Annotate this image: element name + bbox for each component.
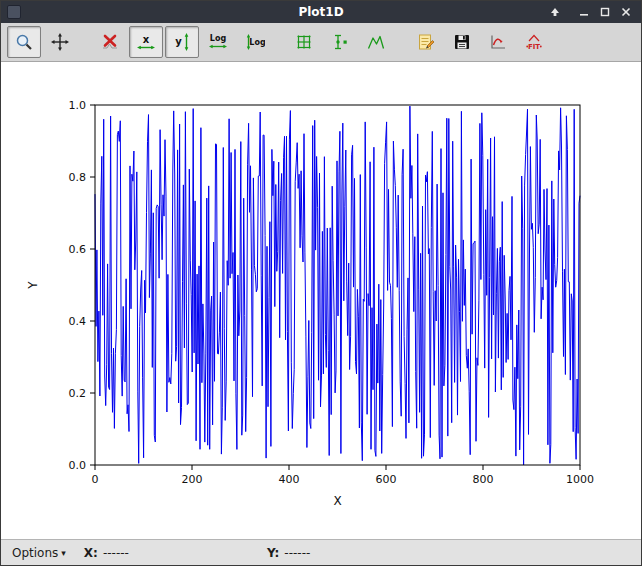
grid-icon bbox=[294, 32, 314, 52]
x-tick-label: 800 bbox=[473, 473, 494, 486]
x-axis-label: X bbox=[333, 494, 341, 508]
plot1d-window: Plot1D bbox=[0, 0, 642, 566]
autoscale-x-button[interactable]: x bbox=[129, 26, 163, 58]
grid-button[interactable] bbox=[287, 26, 321, 58]
fit-button[interactable]: FIT bbox=[517, 26, 551, 58]
dropdown-arrow-icon: ▾ bbox=[61, 549, 66, 558]
cursor-x-label: X: bbox=[84, 546, 98, 560]
x-tick-label: 400 bbox=[279, 473, 300, 486]
zoom-button[interactable] bbox=[7, 26, 41, 58]
autoscale-x-icon: x bbox=[136, 32, 156, 52]
options-label: Options bbox=[12, 546, 58, 560]
close-button[interactable] bbox=[619, 5, 633, 19]
x-tick-label: 0 bbox=[92, 473, 99, 486]
notes-button[interactable] bbox=[409, 26, 443, 58]
autoscale-y-icon: y bbox=[172, 32, 192, 52]
plot-area[interactable]: 020040060080010000.00.20.40.60.81.0XY bbox=[1, 62, 641, 539]
log-y-icon: Log bbox=[243, 32, 265, 52]
autoscale-x-label: x bbox=[143, 34, 150, 45]
peaks-icon bbox=[366, 32, 386, 52]
pan-icon bbox=[50, 32, 70, 52]
y-tick-label: 0.4 bbox=[69, 315, 87, 328]
log-x-button[interactable]: Log bbox=[201, 26, 235, 58]
window-title: Plot1D bbox=[1, 5, 641, 19]
minimize-button[interactable] bbox=[577, 5, 591, 19]
cursor-y-label: Y: bbox=[267, 546, 279, 560]
maximize-button[interactable] bbox=[598, 5, 612, 19]
log-y-button[interactable]: Log bbox=[237, 26, 271, 58]
y-axis-label: Y bbox=[26, 281, 40, 290]
log-y-label: Log bbox=[249, 38, 265, 47]
keep-above-icon[interactable] bbox=[548, 5, 562, 19]
autoscale-y-button[interactable]: y bbox=[165, 26, 199, 58]
y-tick-label: 0.2 bbox=[69, 387, 87, 400]
zoom-icon bbox=[14, 32, 34, 52]
export-plot-button[interactable] bbox=[481, 26, 515, 58]
titlebar[interactable]: Plot1D bbox=[1, 1, 641, 23]
toolbar: x y Log bbox=[1, 23, 641, 62]
log-x-label: Log bbox=[210, 34, 227, 43]
plot-canvas[interactable]: 020040060080010000.00.20.40.60.81.0XY bbox=[1, 62, 641, 539]
y-tick-label: 1.0 bbox=[69, 99, 87, 112]
y-tick-label: 0.6 bbox=[69, 243, 87, 256]
fit-icon: FIT bbox=[524, 32, 544, 52]
y-tick-label: 0.8 bbox=[69, 171, 87, 184]
notes-icon bbox=[416, 32, 436, 52]
cursor-y-value: ------ bbox=[284, 546, 310, 560]
statusbar: Options ▾ X: ------ Y: ------ bbox=[1, 539, 641, 566]
autoscale-y-label: y bbox=[175, 36, 182, 47]
export-plot-icon bbox=[488, 32, 508, 52]
y-tick-label: 0.0 bbox=[69, 459, 87, 472]
save-icon bbox=[452, 32, 472, 52]
save-button[interactable] bbox=[445, 26, 479, 58]
app-icon[interactable] bbox=[7, 5, 21, 19]
error-bars-icon bbox=[330, 32, 350, 52]
window-controls bbox=[548, 5, 641, 19]
x-tick-label: 600 bbox=[376, 473, 397, 486]
options-button[interactable]: Options ▾ bbox=[8, 544, 70, 562]
x-tick-label: 200 bbox=[182, 473, 203, 486]
log-x-icon: Log bbox=[207, 32, 229, 52]
cursor-y-readout: Y: ------ bbox=[267, 546, 310, 560]
cursor-x-readout: X: ------ bbox=[84, 546, 129, 560]
pan-button[interactable] bbox=[43, 26, 77, 58]
peaks-button[interactable] bbox=[359, 26, 393, 58]
x-tick-label: 1000 bbox=[566, 473, 594, 486]
clear-button[interactable] bbox=[93, 26, 127, 58]
clear-icon bbox=[100, 32, 120, 52]
fit-label: FIT bbox=[528, 43, 540, 51]
error-bars-button[interactable] bbox=[323, 26, 357, 58]
cursor-x-value: ------ bbox=[103, 546, 129, 560]
